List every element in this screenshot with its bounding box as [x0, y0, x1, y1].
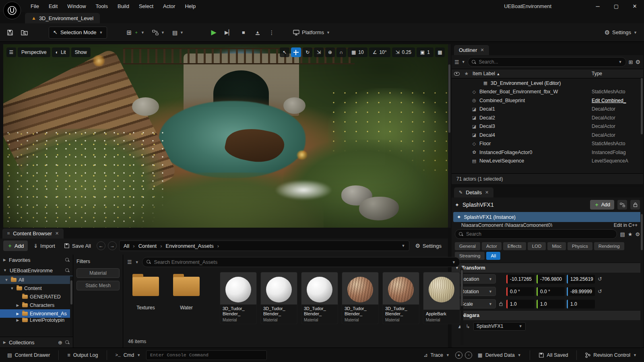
details-searchbox[interactable]: [455, 229, 617, 239]
filter-tab-actor[interactable]: Actor: [482, 242, 502, 250]
cmd-dropdown[interactable]: >_ Cmd ▼: [112, 350, 144, 360]
outliner-row[interactable]: ◎Combined_BlueprintEdit Combined_: [452, 96, 643, 105]
output-log-button[interactable]: ≡ Output Log: [64, 350, 101, 360]
browse-icon[interactable]: ↳: [466, 323, 470, 329]
transform-section-header[interactable]: ▼ Transform: [452, 263, 643, 273]
gear-icon[interactable]: ⚙: [635, 59, 640, 65]
filter-tab-lod[interactable]: LOD: [528, 242, 546, 250]
viewport-right-scrollbar[interactable]: [448, 44, 451, 228]
asset-folder-textures[interactable]: Textures: [127, 272, 164, 311]
outliner-row[interactable]: ◇FloorStaticMeshActo: [452, 140, 643, 148]
blueprint-convert-button[interactable]: [617, 200, 627, 210]
reset-rotation-icon[interactable]: ↺: [598, 288, 602, 294]
outliner-search-input[interactable]: [479, 59, 616, 65]
rotation-snap-button[interactable]: ∠10°: [369, 47, 390, 57]
tree-item-environment-assets[interactable]: ▶Environment_As: [0, 309, 73, 318]
show-flags-dropdown[interactable]: Show: [71, 47, 91, 57]
content-browser-tab[interactable]: ⌗ Content Browser ✕: [2, 228, 64, 239]
reset-location-icon[interactable]: ↺: [598, 276, 602, 282]
filter-material[interactable]: Material: [76, 268, 120, 278]
filter-tab-rendering[interactable]: Rendering: [594, 242, 624, 250]
breadcrumb[interactable]: All › Content › Environment_Assets › ▼: [119, 241, 410, 251]
add-component-button[interactable]: ＋Add: [590, 200, 614, 210]
viewport-3d-scene[interactable]: ☰ Perspective ◐Lit Show ↖ ↻ ⇲ ⊕ ∩ ▦10 ∠1…: [3, 44, 448, 228]
trace-dropdown[interactable]: ⊿ Trace ▼: [420, 350, 453, 360]
close-icon[interactable]: ✕: [485, 190, 489, 195]
add-actor-dropdown[interactable]: ⊞＋ ▼: [124, 27, 147, 39]
blueprints-dropdown[interactable]: ▼: [149, 27, 167, 39]
outliner-tab[interactable]: Outliner ✕: [454, 45, 489, 55]
console-input[interactable]: [150, 352, 263, 358]
perspective-dropdown[interactable]: Perspective: [18, 47, 50, 57]
scale-lock-button[interactable]: [498, 302, 504, 306]
record-icon[interactable]: ●: [455, 352, 462, 359]
frame-skip-button[interactable]: ▶▏: [222, 27, 235, 39]
outliner-row[interactable]: ▤NewLevelSequenceLevelSequenceA: [452, 157, 643, 166]
play-button[interactable]: ▶: [208, 27, 220, 39]
display-options-icon[interactable]: ▤: [620, 231, 625, 237]
view-mode-dropdown[interactable]: ◐Lit: [52, 47, 70, 57]
all-saved-indicator[interactable]: All Saved: [535, 350, 572, 360]
asset-folder-water[interactable]: Water: [168, 272, 205, 311]
tree-item-generated[interactable]: GENERATED: [0, 292, 73, 301]
filter-tab-physics[interactable]: Physics: [568, 242, 592, 250]
menu-tools[interactable]: Tools: [91, 0, 113, 12]
pin-column-header[interactable]: ★: [462, 71, 471, 76]
details-scrollbar[interactable]: [640, 198, 643, 347]
details-tab[interactable]: ✎ Details ✕: [454, 187, 493, 197]
instance-row-selected[interactable]: ✦ SplashVFX1 (Instance): [453, 212, 642, 222]
close-icon[interactable]: ✕: [55, 231, 59, 236]
play-options-button[interactable]: ⋮: [266, 27, 278, 39]
forward-button[interactable]: →: [108, 241, 117, 250]
move-tool-button[interactable]: [291, 47, 301, 57]
maximize-viewport-button[interactable]: ▦: [435, 47, 445, 57]
filter-tab-general[interactable]: General: [455, 242, 480, 250]
type-column-header[interactable]: Type: [592, 71, 643, 76]
outliner-row-level[interactable]: ▦3D_Environment_Level (Editor): [452, 79, 643, 88]
asset-material-tile[interactable]: 3D_Tudor_Blender_Material: [342, 272, 379, 324]
save-level-button[interactable]: [4, 27, 16, 39]
select-tool-button[interactable]: ↖: [280, 47, 289, 57]
component-row-clipped[interactable]: NiagaraComponent (NiagaraComponent0) Edi…: [452, 222, 643, 227]
content-drawer-button[interactable]: ▤ Content Drawer: [4, 350, 53, 360]
back-button[interactable]: ←: [97, 241, 105, 250]
scale-z-field[interactable]: 1.0: [567, 300, 595, 309]
details-search-input[interactable]: [466, 231, 613, 237]
minimize-button[interactable]: ─: [588, 0, 607, 12]
asset-material-tile[interactable]: AppleBarkMaterial: [423, 272, 460, 324]
collections-section[interactable]: ▶ Collections ⊕: [0, 337, 73, 348]
menu-actor[interactable]: Actor: [158, 0, 180, 12]
close-icon[interactable]: ✕: [481, 47, 484, 53]
location-z-field[interactable]: 129.25619: [567, 275, 595, 284]
rotation-z-field[interactable]: -89.99999: [567, 287, 595, 296]
save-all-button[interactable]: Save All: [61, 241, 94, 251]
viewport-options-button[interactable]: ☰: [6, 47, 16, 57]
revision-control-dropdown[interactable]: Revision Control ▼: [582, 350, 640, 360]
tree-item-content[interactable]: ▼Content: [0, 284, 73, 292]
stop-button[interactable]: ■: [237, 27, 250, 39]
breadcrumb-all[interactable]: All: [124, 243, 129, 249]
outliner-scrollbar[interactable]: [640, 77, 643, 173]
edit-in-cpp-link[interactable]: Edit in C++: [614, 222, 638, 227]
outliner-row[interactable]: ◇Blender_Boat_Environment_fbx_WStaticMes…: [452, 88, 643, 97]
niagara-section-header[interactable]: ▼ Niagara: [452, 310, 643, 320]
scale-tool-button[interactable]: ⇲: [314, 47, 324, 57]
scale-y-field[interactable]: 1.0: [537, 300, 565, 309]
browse-content-button[interactable]: [18, 27, 31, 39]
filter-tab-misc[interactable]: Misc: [547, 242, 566, 250]
outliner-row[interactable]: ◪Decal4DecalActor: [452, 131, 643, 140]
search-icon[interactable]: [65, 258, 70, 262]
scale-x-field[interactable]: 1.0: [506, 300, 535, 309]
world-local-toggle[interactable]: ⊕: [325, 47, 335, 57]
location-x-field[interactable]: -10.17265: [506, 275, 535, 284]
outliner-row[interactable]: ◪Decal1DecalActor: [452, 105, 643, 114]
assets-scrollbar[interactable]: [460, 268, 463, 345]
asset-searchbox[interactable]: ▼: [142, 257, 460, 267]
unreal-engine-logo[interactable]: [3, 2, 21, 19]
menu-build[interactable]: Build: [113, 0, 134, 12]
filter-funnel-icon[interactable]: ☰: [127, 259, 132, 265]
new-folder-icon[interactable]: ⊞: [629, 59, 633, 65]
grid-snap-button[interactable]: ▦10: [348, 47, 367, 57]
favorites-star-icon[interactable]: ★: [628, 231, 633, 237]
breadcrumb-environment-assets[interactable]: Environment_Assets: [166, 243, 214, 249]
